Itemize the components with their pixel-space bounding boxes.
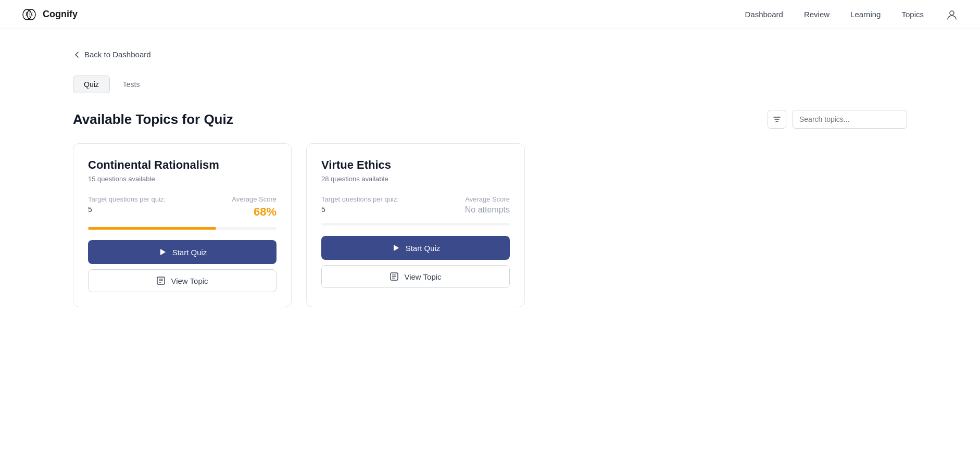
progress-bar-container-2	[321, 223, 510, 226]
card-questions: 15 questions available	[88, 175, 277, 183]
nav-dashboard[interactable]: Dashboard	[745, 10, 783, 19]
view-topic-label-1: View Topic	[171, 277, 208, 285]
chevron-left-icon	[73, 51, 81, 59]
nav-topics[interactable]: Topics	[901, 10, 924, 19]
target-label: Target questions per quiz:	[88, 195, 166, 203]
logo: Cognify	[21, 6, 78, 23]
tabs-container: Quiz Tests	[73, 76, 907, 93]
view-topic-button-2[interactable]: View Topic	[321, 265, 510, 288]
back-to-dashboard[interactable]: Back to Dashboard	[73, 50, 907, 59]
score-label: Average Score	[232, 195, 277, 203]
start-quiz-label-2: Start Quiz	[406, 244, 441, 253]
nav-learning[interactable]: Learning	[850, 10, 881, 19]
search-area	[768, 110, 907, 129]
topic-card-continental-rationalism: Continental Rationalism 15 questions ava…	[73, 143, 292, 307]
section-header: Available Topics for Quiz	[73, 110, 907, 129]
start-quiz-button-1[interactable]: Start Quiz	[88, 240, 277, 264]
back-label: Back to Dashboard	[84, 50, 151, 59]
svg-marker-9	[394, 245, 399, 251]
progress-bar-fill	[88, 227, 216, 230]
start-quiz-button-2[interactable]: Start Quiz	[321, 236, 510, 260]
section-title: Available Topics for Quiz	[73, 111, 233, 128]
progress-bar-container	[88, 227, 277, 230]
score-stat-2: Average Score No attempts	[465, 195, 510, 215]
tab-quiz[interactable]: Quiz	[73, 76, 110, 93]
filter-icon	[773, 115, 781, 123]
svg-marker-4	[160, 249, 166, 255]
book-icon	[156, 276, 166, 285]
score-stat: Average Score 68%	[232, 195, 277, 219]
score-value-2: No attempts	[465, 205, 510, 215]
play-icon-2	[391, 243, 400, 253]
logo-text: Cognify	[43, 9, 78, 20]
card-title: Continental Rationalism	[88, 158, 277, 172]
view-topic-label-2: View Topic	[404, 272, 441, 281]
target-value-2: 5	[321, 205, 399, 214]
target-label-2: Target questions per quiz:	[321, 195, 399, 203]
svg-point-3	[950, 11, 954, 15]
user-icon[interactable]	[945, 7, 959, 22]
card-stats: Target questions per quiz: 5 Average Sco…	[88, 195, 277, 219]
search-input[interactable]	[793, 110, 907, 129]
topic-card-virtue-ethics: Virtue Ethics 28 questions available Tar…	[306, 143, 525, 307]
main-content: Back to Dashboard Quiz Tests Available T…	[0, 50, 980, 307]
score-label-2: Average Score	[465, 195, 510, 203]
view-topic-button-1[interactable]: View Topic	[88, 269, 277, 292]
header: Cognify Dashboard Review Learning Topics	[0, 0, 980, 29]
score-value: 68%	[232, 205, 277, 219]
target-stat-2: Target questions per quiz: 5	[321, 195, 399, 215]
card-stats-2: Target questions per quiz: 5 Average Sco…	[321, 195, 510, 215]
target-value: 5	[88, 205, 166, 214]
topic-cards-grid: Continental Rationalism 15 questions ava…	[73, 143, 907, 307]
card-title-2: Virtue Ethics	[321, 158, 510, 172]
main-nav: Dashboard Review Learning Topics	[745, 7, 960, 22]
start-quiz-label-1: Start Quiz	[172, 248, 207, 257]
target-stat: Target questions per quiz: 5	[88, 195, 166, 219]
card-questions-2: 28 questions available	[321, 175, 510, 183]
nav-review[interactable]: Review	[804, 10, 830, 19]
play-icon	[158, 247, 167, 257]
brain-icon	[21, 6, 37, 23]
tab-tests[interactable]: Tests	[112, 76, 151, 93]
book-icon-2	[390, 272, 399, 281]
filter-button[interactable]	[768, 110, 786, 129]
